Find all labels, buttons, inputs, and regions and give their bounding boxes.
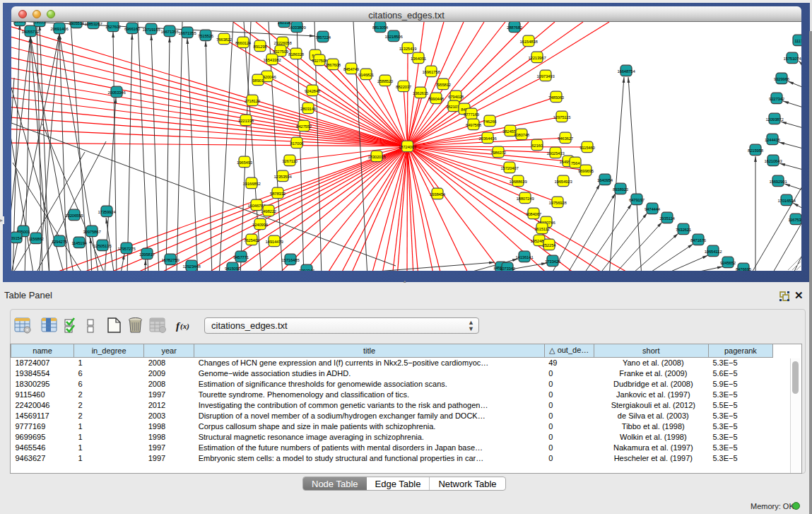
svg-text:2803144: 2803144 xyxy=(300,107,317,111)
svg-text:10853267: 10853267 xyxy=(84,22,102,26)
svg-text:20364436: 20364436 xyxy=(478,136,497,141)
svg-text:18302015: 18302015 xyxy=(367,155,386,159)
svg-text:1145194: 1145194 xyxy=(71,241,87,245)
svg-text:12093872: 12093872 xyxy=(765,117,784,122)
svg-text:1073342: 1073342 xyxy=(500,267,516,271)
svg-text:20053346: 20053346 xyxy=(107,90,126,95)
svg-text:2867608: 2867608 xyxy=(325,63,341,67)
svg-text:17359924: 17359924 xyxy=(98,210,116,214)
svg-text:16154838: 16154838 xyxy=(519,40,538,44)
svg-text:1640954: 1640954 xyxy=(597,178,613,182)
svg-text:19218506: 19218506 xyxy=(384,35,403,39)
svg-text:14914479: 14914479 xyxy=(265,240,283,244)
svg-text:12923448: 12923448 xyxy=(182,264,201,269)
svg-text:7632621: 7632621 xyxy=(676,228,692,232)
svg-text:12505135: 12505135 xyxy=(93,244,112,248)
svg-text:62160: 62160 xyxy=(531,144,543,148)
svg-text:9777169: 9777169 xyxy=(464,112,480,117)
svg-text:10973493: 10973493 xyxy=(536,74,555,78)
svg-text:9457771: 9457771 xyxy=(233,255,249,259)
svg-text:6966160: 6966160 xyxy=(124,27,141,31)
svg-text:7515526: 7515526 xyxy=(198,34,214,38)
svg-text:98901: 98901 xyxy=(252,78,264,83)
svg-text:1156862: 1156862 xyxy=(28,237,44,241)
svg-text:20206555: 20206555 xyxy=(65,214,83,218)
svg-text:16543382: 16543382 xyxy=(263,58,281,62)
svg-text:10688639: 10688639 xyxy=(509,180,527,184)
svg-text:2588520: 2588520 xyxy=(377,79,394,83)
svg-text:891295: 891295 xyxy=(254,45,268,49)
svg-text:6497568: 6497568 xyxy=(466,123,482,127)
svg-text:9242848: 9242848 xyxy=(305,89,321,93)
svg-text:39154: 39154 xyxy=(11,236,23,240)
svg-text:7857224: 7857224 xyxy=(315,35,331,40)
svg-text:1527602: 1527602 xyxy=(105,25,122,29)
svg-text:1905514: 1905514 xyxy=(69,22,85,25)
svg-text:15716485: 15716485 xyxy=(281,258,300,262)
svg-text:1221338: 1221338 xyxy=(238,119,254,123)
svg-text:1395817: 1395817 xyxy=(139,252,155,257)
svg-text:160338: 160338 xyxy=(278,22,292,25)
svg-text:1117: 1117 xyxy=(794,39,801,43)
svg-text:17957275: 17957275 xyxy=(117,247,136,251)
svg-text:19166852: 19166852 xyxy=(242,182,261,186)
svg-text:10654112: 10654112 xyxy=(705,250,723,254)
svg-text:15692901: 15692901 xyxy=(769,180,787,184)
svg-text:19654923: 19654923 xyxy=(554,180,572,184)
svg-text:8938923: 8938923 xyxy=(613,187,629,192)
svg-text:1498222: 1498222 xyxy=(261,209,277,214)
svg-text:7485063: 7485063 xyxy=(548,95,565,100)
svg-text:7625402: 7625402 xyxy=(244,238,260,243)
svg-text:17016534: 17016534 xyxy=(777,199,796,203)
svg-text:23226058: 23226058 xyxy=(273,41,292,45)
svg-text:1362615: 1362615 xyxy=(413,91,429,95)
svg-text:1292344: 1292344 xyxy=(299,269,315,271)
svg-text:1244415: 1244415 xyxy=(765,138,781,142)
svg-text:8660124: 8660124 xyxy=(235,41,252,45)
svg-text:7986372: 7986372 xyxy=(490,151,507,155)
svg-text:3267110: 3267110 xyxy=(282,159,298,163)
svg-text:2887682: 2887682 xyxy=(507,25,523,30)
svg-text:10553: 10553 xyxy=(14,22,26,23)
svg-text:9115460: 9115460 xyxy=(579,146,595,150)
svg-text:1938454: 1938454 xyxy=(430,192,446,197)
svg-text:9327509: 9327509 xyxy=(273,49,289,54)
svg-text:12353594: 12353594 xyxy=(273,175,292,179)
svg-text:8476695: 8476695 xyxy=(736,267,752,271)
svg-text:1615112: 1615112 xyxy=(534,227,550,231)
svg-text:7955812: 7955812 xyxy=(435,83,452,87)
svg-text:8215958: 8215958 xyxy=(748,148,764,153)
svg-text:1167531: 1167531 xyxy=(788,218,801,222)
svg-text:1080748: 1080748 xyxy=(514,133,530,137)
svg-text:15751074: 15751074 xyxy=(783,57,801,61)
svg-text:12213967: 12213967 xyxy=(528,56,546,60)
svg-text:16782759: 16782759 xyxy=(161,258,180,262)
svg-text:1240994: 1240994 xyxy=(252,223,269,227)
svg-text:1733426: 1733426 xyxy=(545,259,561,264)
svg-text:14055712: 14055712 xyxy=(21,30,40,34)
svg-text:9415092: 9415092 xyxy=(225,267,241,271)
svg-text:8822037: 8822037 xyxy=(396,85,412,89)
svg-text:16961758: 16961758 xyxy=(422,70,440,74)
svg-text:16671355: 16671355 xyxy=(160,30,179,34)
svg-text:8427552: 8427552 xyxy=(296,124,312,129)
svg-text:5878332: 5878332 xyxy=(270,192,286,196)
svg-text:9245652: 9245652 xyxy=(720,261,736,265)
svg-text:1965493: 1965493 xyxy=(237,160,253,165)
svg-text:8454749: 8454749 xyxy=(343,67,360,71)
svg-text:10719155: 10719155 xyxy=(142,28,160,32)
svg-text:9084067: 9084067 xyxy=(526,212,542,216)
svg-text:9474444: 9474444 xyxy=(645,207,661,211)
svg-text:30975867: 30975867 xyxy=(83,230,101,234)
svg-text:16033809: 16033809 xyxy=(288,25,306,30)
svg-text:11325419: 11325419 xyxy=(399,47,418,51)
svg-text:9329966: 9329966 xyxy=(774,77,790,81)
svg-text:9699695: 9699695 xyxy=(578,169,594,173)
svg-text:16648754: 16648754 xyxy=(617,69,635,74)
svg-text:18724007: 18724007 xyxy=(399,145,417,149)
svg-text:7663822: 7663822 xyxy=(216,37,233,42)
svg-text:20691406: 20691406 xyxy=(50,27,69,31)
svg-text:8471676: 8471676 xyxy=(690,238,707,243)
svg-text:9463627: 9463627 xyxy=(558,136,574,141)
svg-text:2935114: 2935114 xyxy=(659,216,675,221)
